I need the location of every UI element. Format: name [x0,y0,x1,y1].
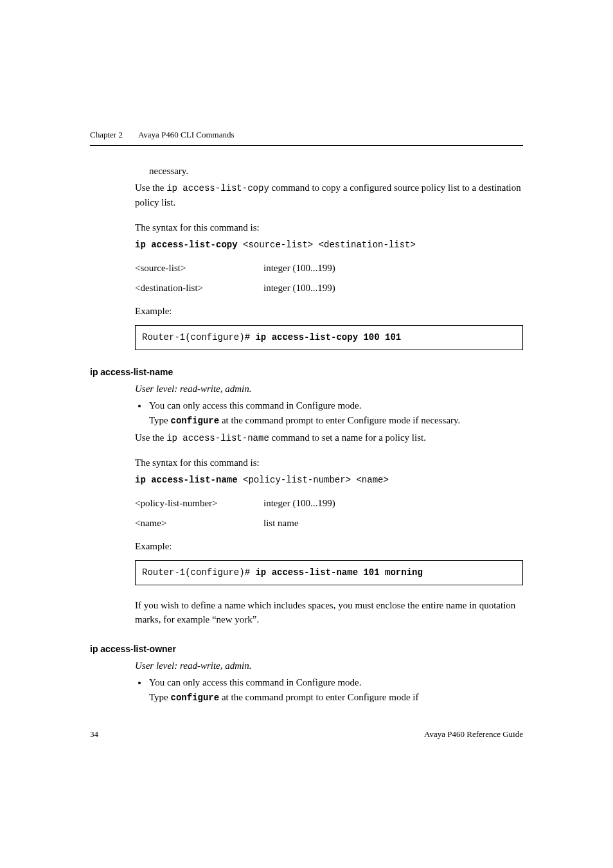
bullet-line2b: at the command prompt to enter Configure… [219,415,460,425]
bullet-item: You can only access this command in Conf… [148,675,523,705]
example-prompt: Router-1(configure)# [142,332,255,342]
param-row: <name> list name [135,516,523,531]
param-key: <source-list> [135,261,263,276]
param-row: <destination-list> integer (100...199) [135,281,523,296]
syntax-intro: The syntax for this command is: [135,220,523,235]
section-ip-access-list-name-body: Use the ip access-list-name command to s… [135,430,523,627]
use-prefix: Use the [135,182,166,193]
example-label: Example: [135,539,523,554]
bullet-list: You can only access this command in Conf… [135,398,523,428]
example-label: Example: [135,304,523,319]
param-value: integer (100...199) [263,261,523,276]
example-command: ip access-list-name 101 morning [255,567,422,578]
section-ip-access-list-owner: User level: read-write, admin. [135,659,523,673]
footer-label: Avaya P460 Reference Guide [424,728,523,741]
bullet-item: You can only access this command in Conf… [148,398,523,428]
example-code: Router-1(configure)# ip access-list-name… [135,560,523,585]
syntax-line: ip access-list-copy <source-list> <desti… [135,237,523,252]
page: Chapter 2 Avaya P460 CLI Commands necess… [0,0,613,766]
bullet-configure-cmd: configure [171,416,220,426]
user-level: User level: read-write, admin. [135,659,523,673]
bullet-line2a: Type [149,692,171,702]
bullet-line1: You can only access this command in Conf… [149,677,362,687]
user-level: User level: read-write, admin. [135,382,523,396]
continuation-necessary: necessary. [149,164,523,179]
page-header: Chapter 2 Avaya P460 CLI Commands [90,128,523,146]
use-suffix: command to set a name for a policy list. [269,432,426,443]
param-row: <policy-list-number> integer (100...199) [135,496,523,511]
syntax-line: ip access-list-name <policy-list-number>… [135,472,523,487]
param-value: list name [263,516,523,531]
page-footer: 34 Avaya P460 Reference Guide [90,728,523,741]
param-value: integer (100...199) [263,496,523,511]
syntax-args: <source-list> <destination-list> [238,240,416,250]
chapter-label: Chapter 2 [90,128,123,141]
use-description: Use the ip access-list-copy command to c… [135,181,523,210]
bullet-line2a: Type [149,415,171,425]
use-prefix: Use the [135,432,166,443]
page-number: 34 [90,728,98,741]
bullet-line1: You can only access this command in Conf… [149,400,362,411]
bullet-configure-cmd: configure [171,693,220,703]
params-table: <policy-list-number> integer (100...199)… [135,496,523,530]
params-table: <source-list> integer (100...199) <desti… [135,261,523,295]
syntax-intro: The syntax for this command is: [135,456,523,470]
section-heading-ip-access-list-owner: ip access-list-owner [90,642,523,656]
syntax-args: <policy-list-number> <name> [238,475,389,485]
section-ip-access-list-name: User level: read-write, admin. [135,382,523,396]
param-row: <source-list> integer (100...199) [135,261,523,276]
param-key: <name> [135,516,263,531]
param-key: <policy-list-number> [135,496,263,511]
example-command: ip access-list-copy 100 101 [255,332,401,342]
bullet-list: You can only access this command in Conf… [135,675,523,705]
use-command: ip access-list-copy [166,183,269,193]
param-value: integer (100...199) [263,281,523,296]
section-ip-access-list-copy-cont: necessary. Use the ip access-list-copy c… [135,164,523,350]
syntax-command: ip access-list-name [135,475,238,485]
chapter-title: Avaya P460 CLI Commands [138,128,235,141]
param-key: <destination-list> [135,281,263,296]
bullet-line2b: at the command prompt to enter Configure… [219,692,418,702]
example-prompt: Router-1(configure)# [142,567,255,578]
use-command: ip access-list-name [166,433,269,443]
use-description: Use the ip access-list-name command to s… [135,430,523,445]
section-heading-ip-access-list-name: ip access-list-name [90,366,523,379]
example-code: Router-1(configure)# ip access-list-copy… [135,325,523,350]
syntax-command: ip access-list-copy [135,240,238,250]
note: If you wish to define a name which inclu… [135,598,523,627]
